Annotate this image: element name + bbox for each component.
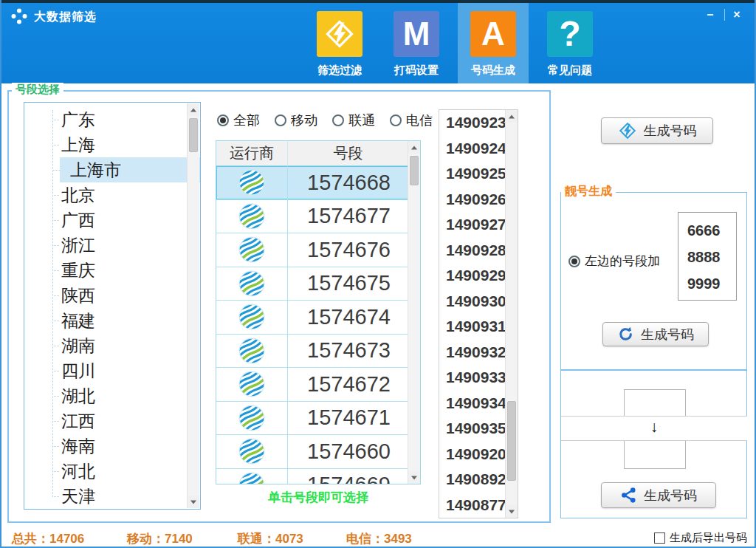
status-unicom: 联通：4073 <box>238 530 303 547</box>
tree-item-guangxi[interactable]: 广西 <box>24 208 200 233</box>
a-logo-tile: A <box>470 11 516 57</box>
china-mobile-logo-icon <box>238 337 266 365</box>
radio-icon <box>332 114 344 126</box>
tree-item-tianjin[interactable]: 天津 <box>24 484 200 509</box>
table-row[interactable]: 1574676 <box>216 233 420 267</box>
toolbar-button-captcha-settings[interactable]: M 打码设置 <box>381 3 452 83</box>
table-header: 运行商 号段 <box>216 141 420 166</box>
toolbar-button-faq[interactable]: ? 常见问题 <box>535 3 605 83</box>
tree-item-sichuan[interactable]: 四川 <box>24 358 200 383</box>
m-logo-icon: M <box>403 18 430 50</box>
tree-item-shanghai[interactable]: 上海 <box>24 132 200 157</box>
question-icon: ? <box>559 16 580 52</box>
table-row[interactable]: 1574671 <box>216 402 420 436</box>
tree-item-hunan[interactable]: 湖南 <box>24 333 200 358</box>
tree-scrollbar[interactable] <box>187 103 199 508</box>
china-mobile-logo-icon <box>238 270 266 298</box>
table-hint: 单击号段即可选择 <box>216 489 421 506</box>
status-total: 总共：14706 <box>12 530 84 547</box>
operator-cell <box>216 166 288 199</box>
radio-option-telecom[interactable]: 电信 <box>390 112 433 129</box>
status-telecom: 电信：3493 <box>346 530 412 547</box>
table-row[interactable]: 1574668 <box>216 166 420 200</box>
status-mobile: 移动：7140 <box>127 530 193 547</box>
number-item: 1490927 <box>439 212 506 238</box>
tree-item-hubei[interactable]: 湖北 <box>24 383 200 408</box>
scroll-up-icon[interactable] <box>506 110 518 123</box>
close-button[interactable]: × <box>726 7 747 24</box>
operator-cell <box>216 233 288 267</box>
table-row[interactable]: 1574672 <box>216 368 420 402</box>
suffix-item: 8888 <box>687 244 736 270</box>
generate-numbers-button-share[interactable]: 生成号码 <box>601 482 716 508</box>
toolbar-label: 筛选过滤 <box>304 64 375 78</box>
radio-option-unicom[interactable]: 联通 <box>332 112 375 129</box>
generated-number-list[interactable]: 1490923 1490924 1490925 1490926 1490927 … <box>439 109 518 518</box>
operator-cell <box>216 368 288 401</box>
toolbar-button-filter[interactable]: 筛选过滤 <box>304 3 375 83</box>
table-row[interactable]: 1574673 <box>216 335 420 369</box>
radio-left-segment-plus[interactable]: 左边的号段加 <box>568 253 660 270</box>
table-row[interactable]: 1574669 <box>216 469 420 485</box>
tree-item-shaanxi[interactable]: 陕西 <box>24 283 200 308</box>
tree-item-hebei[interactable]: 河北 <box>24 459 200 484</box>
operator-cell <box>216 402 288 435</box>
tree-item-guangdong[interactable]: 广东 <box>24 107 200 132</box>
nice-number-group-label: 靓号生成 <box>561 184 616 199</box>
scroll-down-icon[interactable] <box>188 496 199 508</box>
app-logo-icon <box>10 7 28 25</box>
tree-item-fujian[interactable]: 福建 <box>24 308 200 333</box>
scroll-thumb[interactable] <box>189 118 198 152</box>
minimize-button[interactable]: – <box>700 7 721 24</box>
number-item: 1490920 <box>439 442 506 467</box>
number-item: 1490930 <box>439 289 506 315</box>
suffix-list[interactable]: 6666 8888 9999 <box>678 212 737 301</box>
province-tree[interactable]: 广东 上海 上海市 北京 广西 浙江 重庆 陕西 福建 湖南 四川 湖北 江西 … <box>24 102 201 510</box>
segment-group-label: 号段选择 <box>12 83 63 97</box>
radio-label: 联通 <box>348 112 375 129</box>
tree-item-hainan[interactable]: 海南 <box>24 434 200 459</box>
table-row[interactable]: 1574660 <box>216 435 420 469</box>
tree-item-jiangxi[interactable]: 江西 <box>24 408 200 434</box>
tree-item-zhejiang[interactable]: 浙江 <box>24 233 200 258</box>
app-title: 大数据筛选 <box>34 10 97 25</box>
scroll-up-icon[interactable] <box>188 103 199 116</box>
tree-item-beijing[interactable]: 北京 <box>24 182 200 208</box>
radio-option-all[interactable]: 全部 <box>217 112 260 129</box>
refresh-icon <box>617 326 634 343</box>
tree-item-chongqing[interactable]: 重庆 <box>24 258 200 283</box>
scroll-down-icon[interactable] <box>506 505 518 518</box>
scroll-down-icon[interactable] <box>408 471 420 484</box>
toolbar-button-number-generate[interactable]: A 号码生成 <box>458 3 529 83</box>
tree-item-shanghai-city[interactable]: 上海市 <box>60 157 200 182</box>
table-row[interactable]: 1574677 <box>216 200 420 234</box>
number-item: 1490933 <box>439 365 506 391</box>
generate-numbers-button-top[interactable]: 生成号码 <box>601 117 713 144</box>
a-logo-icon: A <box>481 18 505 50</box>
segment-cell: 1574676 <box>288 233 420 267</box>
down-arrow-icon: ↓ <box>561 418 747 436</box>
export-after-generate-checkbox[interactable]: 生成后导出号码 <box>654 531 747 545</box>
scroll-up-icon[interactable] <box>408 141 420 154</box>
china-mobile-logo-icon <box>238 303 266 331</box>
scroll-thumb[interactable] <box>507 401 516 481</box>
radio-option-mobile[interactable]: 移动 <box>275 112 317 129</box>
table-row[interactable]: 1574674 <box>216 301 420 335</box>
china-mobile-logo-icon <box>238 168 266 196</box>
operator-header: 运行商 <box>216 141 288 165</box>
scroll-thumb[interactable] <box>410 156 419 185</box>
list-scrollbar[interactable] <box>505 110 518 518</box>
number-item: 1490925 <box>439 161 506 187</box>
table-row[interactable]: 1574675 <box>216 267 420 301</box>
carrier-filter: 全部 移动 联通 电信 <box>217 111 433 130</box>
generate-numbers-button-nice[interactable]: 生成号码 <box>602 322 709 346</box>
app-window: 大数据筛选 筛选过滤 M 打码设置 A 号码生成 ? 常见问题 – <box>0 0 756 548</box>
share-icon <box>620 487 637 504</box>
number-item: 1490929 <box>439 263 506 289</box>
table-scrollbar[interactable] <box>408 141 420 484</box>
number-item: 1490877 <box>439 493 506 518</box>
radio-label: 移动 <box>291 112 317 129</box>
segment-cell: 1574673 <box>288 335 420 368</box>
toolbar-label: 打码设置 <box>381 64 452 78</box>
checkbox-icon[interactable] <box>654 532 665 544</box>
